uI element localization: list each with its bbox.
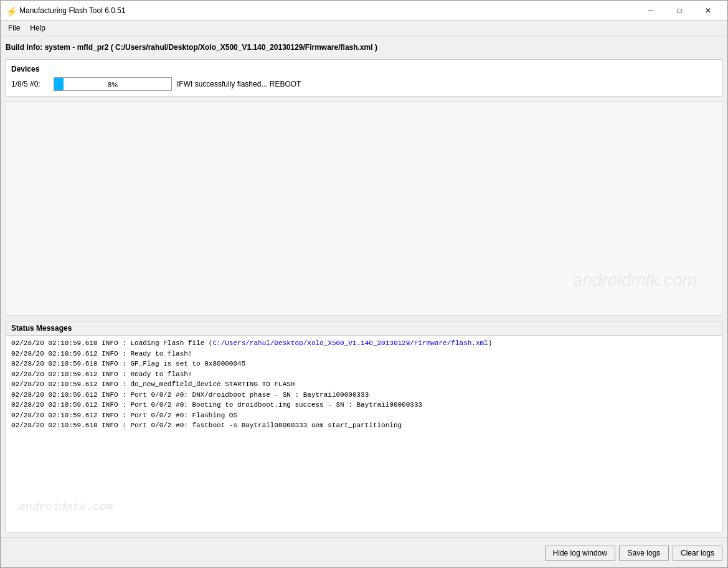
log-line: 02/28/20 02:10:59.610 INFO : GP_Flag is … <box>11 359 717 369</box>
log-line: 02/28/20 02:10:59.610 INFO : Loading Fla… <box>11 338 717 431</box>
status-section: Status Messages 02/28/20 02:10:59.610 IN… <box>6 321 722 532</box>
main-window: ⚡ Manufacturing Flash Tool 6.0.51 ─ □ ✕ … <box>0 0 728 568</box>
device-row: 1/8/5 #0: 8% IFWI successfully flashed..… <box>11 77 717 91</box>
log-area[interactable]: 02/28/20 02:10:59.610 INFO : Loading Fla… <box>6 336 722 532</box>
window-controls: ─ □ ✕ <box>636 1 722 21</box>
help-menu[interactable]: Help <box>25 22 50 34</box>
progress-bar-container: 8% <box>54 77 172 91</box>
main-area: androidmtk.com <box>6 102 722 316</box>
file-menu[interactable]: File <box>3 22 25 34</box>
devices-label: Devices <box>11 65 717 73</box>
save-logs-button[interactable]: Save logs <box>619 546 669 561</box>
minimize-button[interactable]: ─ <box>636 1 665 21</box>
device-status: IFWI successfully flashed... REBOOT <box>177 80 301 88</box>
log-line: 02/28/20 02:10:59.610 INFO : Port 0/0/2 … <box>11 420 717 431</box>
maximize-button[interactable]: □ <box>665 1 694 21</box>
title-text: Manufacturing Flash Tool 6.0.51 <box>19 6 636 15</box>
bottom-bar: Hide log window Save logs Clear logs <box>1 537 727 567</box>
build-info: Build Info: system - mfld_pr2 ( C:/Users… <box>6 40 722 54</box>
title-bar: ⚡ Manufacturing Flash Tool 6.0.51 ─ □ ✕ <box>1 1 727 21</box>
main-content: Build Info: system - mfld_pr2 ( C:/Users… <box>1 36 727 537</box>
log-watermark: androidmtk.com <box>19 501 113 513</box>
log-line: 02/28/20 02:10:59.612 INFO : Port 0/0/2 … <box>11 400 717 410</box>
log-line: 02/28/20 02:10:59.612 INFO : do_new_medf… <box>11 379 717 390</box>
status-label: Status Messages <box>6 321 722 336</box>
device-id: 1/8/5 #0: <box>11 80 49 88</box>
log-line: 02/28/20 02:10:59.612 INFO : Ready to fl… <box>11 349 717 359</box>
log-line: 02/28/20 02:10:59.612 INFO : Ready to fl… <box>11 369 717 380</box>
log-line: 02/28/20 02:10:59.610 INFO : Loading Fla… <box>11 338 717 349</box>
hide-log-button[interactable]: Hide log window <box>545 546 615 561</box>
devices-section: Devices 1/8/5 #0: 8% IFWI successfully f… <box>6 59 722 97</box>
clear-logs-button[interactable]: Clear logs <box>673 546 722 561</box>
menu-bar: File Help <box>1 21 727 36</box>
log-line: 02/28/20 02:10:59.612 INFO : Port 0/0/2 … <box>11 390 717 400</box>
main-watermark: androidmtk.com <box>573 270 697 290</box>
app-icon: ⚡ <box>6 6 16 16</box>
log-line: 02/28/20 02:10:59.612 INFO : Port 0/0/2 … <box>11 410 717 421</box>
close-button[interactable]: ✕ <box>694 1 722 21</box>
progress-text: 8% <box>54 78 171 91</box>
